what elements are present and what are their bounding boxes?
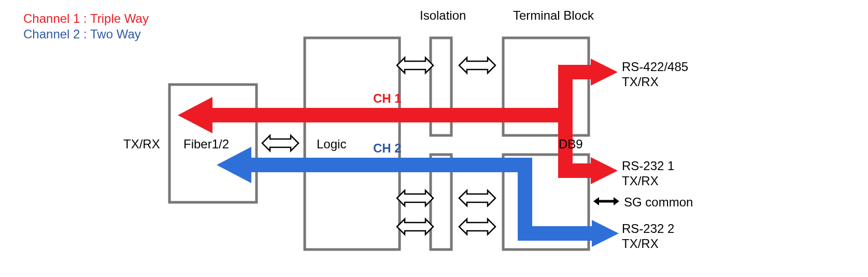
ch1-label: CH 1 [373, 91, 402, 106]
terminal-lower [503, 155, 589, 250]
sg-common-arrow-icon [593, 197, 619, 205]
port-rs232-1: RS-232 1 TX/RX [622, 159, 674, 189]
port-rs232-2-line2: TX/RX [622, 237, 659, 251]
port-rs232-2: RS-232 2 TX/RX [622, 221, 674, 252]
svg-marker-7 [591, 59, 618, 86]
bidir-arrow-icon [459, 219, 495, 234]
svg-marker-2 [178, 97, 212, 133]
svg-marker-10 [217, 147, 251, 183]
channel-2-path [217, 147, 619, 247]
diagram-stage: Channel 1 : Triple Way Channel 2 : Two W… [0, 0, 868, 277]
bidir-arrow-icon [262, 135, 298, 151]
svg-marker-14 [592, 220, 619, 247]
svg-marker-9 [591, 157, 618, 184]
isolation-lower [431, 155, 451, 250]
db9-label: DB9 [559, 137, 583, 151]
channel-1-path [178, 59, 618, 184]
port-rs232-1-line1: RS-232 1 [622, 159, 674, 173]
sg-common-label: SG common [624, 195, 693, 210]
bidir-arrow-icon [397, 58, 433, 73]
txrx-left-label: TX/RX [123, 137, 160, 151]
svg-rect-5 [558, 65, 573, 112]
isolation-upper [431, 38, 451, 135]
logic-block-label: Logic [317, 137, 346, 151]
port-rs422-485-line2: TX/RX [622, 75, 659, 89]
svg-rect-8 [558, 163, 594, 178]
terminal-upper [503, 38, 589, 135]
isolation-title: Isolation [420, 8, 466, 23]
svg-rect-13 [518, 226, 595, 241]
bidir-arrow-icon [397, 219, 433, 234]
port-rs232-1-line2: TX/RX [622, 174, 659, 188]
port-rs422-485: RS-422/485 TX/RX [622, 60, 688, 90]
svg-rect-3 [210, 108, 573, 122]
svg-rect-12 [518, 158, 532, 241]
port-rs422-485-line1: RS-422/485 [622, 60, 688, 74]
ch2-label: CH 2 [373, 141, 402, 156]
legend-channel-1: Channel 1 : Triple Way [23, 11, 149, 26]
svg-rect-6 [558, 65, 594, 79]
svg-rect-11 [249, 158, 532, 172]
port-rs232-2-line1: RS-232 2 [622, 221, 674, 236]
terminal-block-title: Terminal Block [513, 8, 594, 23]
fiber-block-label: Fiber1/2 [183, 137, 229, 151]
bidir-arrow-icon [459, 190, 495, 206]
bidir-arrow-icon [459, 58, 495, 73]
bidir-arrow-icon [397, 190, 433, 206]
legend-channel-2: Channel 2 : Two Way [23, 27, 141, 41]
